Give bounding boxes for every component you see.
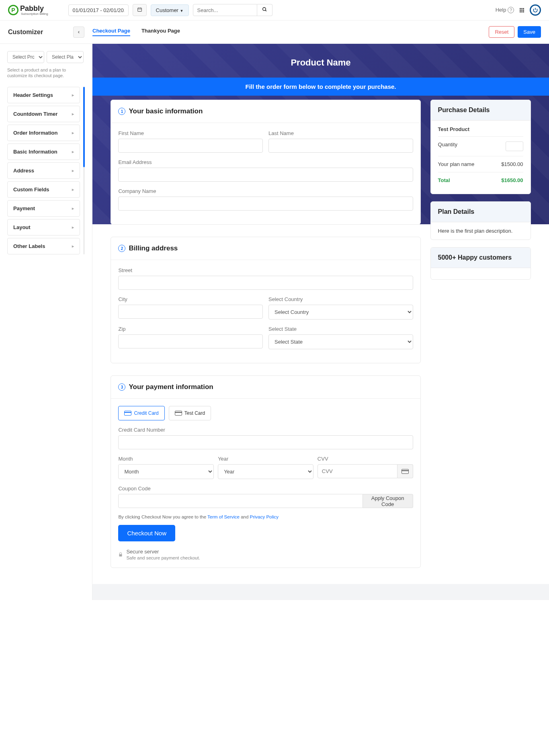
help-link[interactable]: Help ?	[496, 7, 514, 13]
country-label: Select Country	[268, 296, 413, 302]
chevron-right-icon: ▸	[72, 112, 74, 116]
cvv-label: CVV	[318, 456, 413, 462]
cvv-card-icon	[397, 464, 413, 478]
cc-number-label: Credit Card Number	[118, 427, 413, 433]
step-2-icon: 2	[118, 245, 125, 252]
payment-method-credit-card[interactable]: Credit Card	[118, 406, 164, 420]
state-select[interactable]: Select State	[268, 334, 413, 349]
last-name-input[interactable]	[268, 139, 413, 153]
coupon-input[interactable]	[118, 494, 363, 508]
search-button[interactable]	[257, 4, 272, 16]
happy-customers-card: 5000+ Happy customers	[430, 247, 531, 280]
svg-point-4	[262, 8, 266, 11]
city-input[interactable]	[118, 305, 263, 319]
quantity-input[interactable]	[506, 141, 523, 151]
reset-button[interactable]: Reset	[489, 26, 514, 38]
date-range-input[interactable]	[68, 4, 129, 16]
first-name-label: First Name	[118, 130, 263, 136]
logo-icon: P	[8, 5, 18, 15]
sidebar-hint: Select a product and a plan to customize…	[7, 67, 85, 79]
first-name-input[interactable]	[118, 139, 263, 153]
year-label: Year	[218, 456, 313, 462]
month-select[interactable]: Month	[118, 464, 214, 479]
apply-coupon-button[interactable]: Apply Coupon Code	[363, 494, 413, 508]
plan-details-heading: Plan Details	[431, 202, 531, 222]
svg-rect-0	[137, 8, 141, 12]
country-select[interactable]: Select Country	[268, 305, 413, 320]
select-product-dropdown[interactable]: Select Produ...	[7, 51, 44, 63]
save-button[interactable]: Save	[518, 26, 541, 38]
tab-thankyou-page[interactable]: Thankyou Page	[141, 28, 180, 36]
brand-subtitle: Subscription Billing	[21, 12, 48, 16]
basic-heading: Your basic information	[129, 107, 203, 115]
checkout-button[interactable]: Checkout Now	[118, 525, 175, 541]
payment-heading: Your payment information	[129, 383, 213, 391]
email-label: Email Address	[118, 159, 413, 165]
back-button[interactable]	[73, 27, 84, 38]
select-plans-dropdown[interactable]: Select Plans	[47, 51, 84, 63]
billing-section: 2Billing address Street City	[111, 237, 420, 363]
page-title: Customizer	[8, 29, 43, 36]
power-button[interactable]	[530, 4, 541, 16]
zip-label: Zip	[118, 326, 263, 332]
cvv-input[interactable]	[318, 464, 397, 478]
chevron-right-icon: ▸	[72, 206, 74, 211]
company-label: Company Name	[118, 188, 413, 194]
plan-price: $1500.00	[501, 161, 523, 167]
accordion-address[interactable]: Address▸	[7, 162, 80, 179]
banner-title: Product Name	[92, 44, 549, 78]
step-1-icon: 1	[118, 108, 125, 115]
chevron-right-icon: ▸	[72, 244, 74, 248]
calendar-button[interactable]	[133, 4, 147, 16]
basic-info-section: 1Your basic information First Name Last …	[111, 100, 420, 225]
billing-heading: Billing address	[129, 244, 178, 252]
privacy-link[interactable]: Privacy Policy	[250, 514, 279, 519]
accordion-order-information[interactable]: Order Information▸	[7, 125, 80, 141]
secure-server-text: Secure server	[126, 549, 200, 555]
scrollbar[interactable]	[83, 87, 85, 254]
purchase-details-heading: Purchase Details	[431, 100, 531, 121]
accordion-basic-information[interactable]: Basic Information▸	[7, 143, 80, 160]
secure-subtext: Safe and secure payment checkout.	[126, 555, 200, 560]
quantity-label: Quantity	[438, 141, 457, 151]
svg-line-5	[265, 10, 266, 11]
email-input[interactable]	[118, 168, 413, 182]
search-icon	[262, 7, 267, 12]
payment-method-test-card[interactable]: Test Card	[169, 406, 211, 420]
product-name: Test Product	[438, 126, 523, 137]
total-label: Total	[438, 177, 450, 183]
accordion-countdown-timer[interactable]: Countdown Timer▸	[7, 106, 80, 122]
tab-checkout-page[interactable]: Checkout Page	[92, 28, 130, 36]
street-label: Street	[118, 267, 413, 273]
payment-section: 3Your payment information Credit Card Te…	[111, 375, 420, 568]
banner-subtitle: Fill the order form below to complete yo…	[92, 78, 549, 96]
accordion-layout[interactable]: Layout▸	[7, 219, 80, 236]
state-label: Select State	[268, 326, 413, 332]
calendar-icon	[137, 7, 142, 12]
company-input[interactable]	[118, 197, 413, 211]
terms-text: By clicking Checkout Now you agree to th…	[118, 514, 413, 519]
apps-grid-icon[interactable]	[520, 8, 524, 12]
plan-name-label: Your plan name	[438, 161, 475, 167]
accordion-custom-fields[interactable]: Custom Fields▸	[7, 181, 80, 198]
chevron-down-icon: ▼	[180, 9, 184, 13]
plan-description: Here is the first plan description.	[431, 222, 531, 240]
customer-dropdown[interactable]: Customer ▼	[151, 4, 189, 16]
accordion-payment[interactable]: Payment▸	[7, 200, 80, 217]
logo: P Pabbly Subscription Billing	[8, 4, 48, 16]
accordion-other-labels[interactable]: Other Labels▸	[7, 238, 80, 254]
search-input[interactable]	[193, 4, 257, 16]
accordion-header-settings[interactable]: Header Settings▸	[7, 87, 80, 103]
sidebar: Select Produ... Select Plans Select a pr…	[0, 44, 92, 600]
sub-header: Customizer Checkout Page Thankyou Page R…	[0, 20, 549, 44]
street-input[interactable]	[118, 276, 413, 290]
last-name-label: Last Name	[268, 130, 413, 136]
zip-input[interactable]	[118, 334, 263, 348]
year-select[interactable]: Year	[218, 464, 313, 479]
help-icon: ?	[508, 7, 514, 13]
cc-number-input[interactable]	[118, 435, 413, 449]
terms-link[interactable]: Term of Service	[207, 514, 240, 519]
purchase-details-card: Purchase Details Test Product Quantity Y…	[430, 100, 531, 194]
month-label: Month	[118, 456, 214, 462]
chevron-left-icon	[77, 30, 81, 34]
